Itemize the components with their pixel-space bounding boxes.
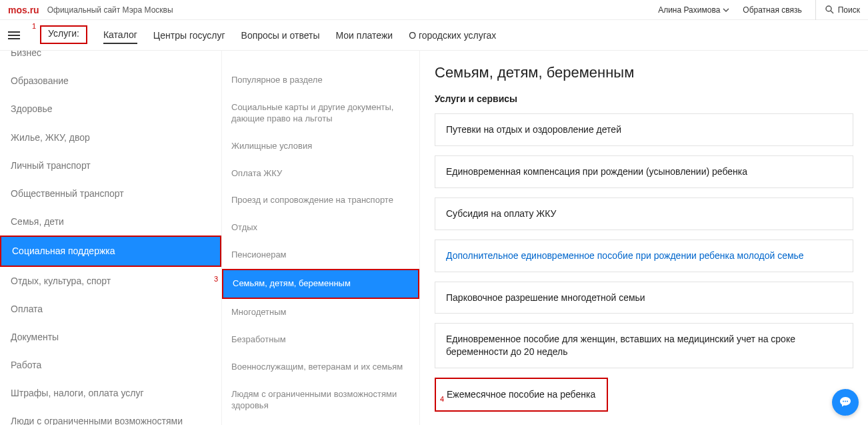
menu1-item[interactable]: Общественный транспорт [0,179,221,207]
menu1-item[interactable]: Штрафы, налоги, оплата услуг [0,379,221,407]
nav-centers[interactable]: Центры госуслуг [153,27,225,43]
service-card[interactable]: Парковочное разрешение многодетной семьи [435,282,853,314]
sidebar-primary: Бизнес Образование Здоровье Жилье, ЖКУ, … [0,51,222,425]
menu1-item[interactable]: Люди с ограниченными возможностями здоро… [0,407,221,425]
menu2-item-families[interactable]: Семьям, детям, беременным [222,269,419,299]
menu1-item[interactable]: Оплата [0,295,221,323]
menu1-item[interactable]: Бизнес [0,51,221,67]
svg-line-1 [831,11,833,13]
service-card-link[interactable]: Дополнительное единовременное пособие пр… [435,240,853,272]
nav-services[interactable]: Услуги: [48,25,79,41]
menu2-item[interactable]: Людям с ограниченными возможностями здор… [222,381,419,420]
nav-services-highlighted[interactable]: Услуги: [40,25,87,44]
annotation-marker-3: 3 [214,275,218,283]
search-label: Поиск [838,5,860,15]
chat-icon [839,396,852,409]
menu2-item[interactable]: Проезд и сопровождение на транспорте [222,187,419,214]
chat-button[interactable] [832,389,859,416]
menu2-item[interactable]: Многодетным [222,299,419,326]
site-slogan: Официальный сайт Мэра Москвы [47,5,173,15]
menu1-item[interactable]: Жилье, ЖКУ, двор [0,123,221,151]
menu2-item[interactable]: Безработным [222,326,419,354]
hamburger-menu-icon[interactable] [8,31,20,39]
content-main: Семьям, детям, беременным Услуги и серви… [420,51,868,425]
svg-point-4 [847,401,848,402]
menu1-item[interactable]: Работа [0,351,221,379]
service-card-monthly-benefit[interactable]: Ежемесячное пособие на ребенка [435,378,608,412]
menu2-item[interactable]: Социальные карты и другие документы, даю… [222,94,419,133]
menu2-item[interactable]: Популярное в разделе [222,67,419,94]
site-logo[interactable]: mos.ru [8,5,39,15]
nav-about[interactable]: О городских услугах [409,27,496,43]
feedback-link[interactable]: Обратная связь [743,5,801,15]
menu2-item[interactable]: Военнослужащим, ветеранам и их семьям [222,354,419,381]
menu1-item[interactable]: Здоровье [0,95,221,123]
menu1-item[interactable]: Образование [0,67,221,95]
service-card[interactable]: Единовременная компенсация при рождении … [435,155,853,188]
page-title: Семьям, детям, беременным [435,64,853,81]
svg-point-0 [826,6,831,11]
menu2-item[interactable]: Оплата ЖКУ [222,160,419,187]
chevron-down-icon [723,8,729,12]
menu1-item[interactable]: Документы [0,323,221,351]
menu2-item[interactable]: Отдых [222,214,419,242]
service-card[interactable]: Субсидия на оплату ЖКУ [435,197,853,230]
user-name: Алина Рахимова [658,5,720,15]
section-subtitle: Услуги и сервисы [435,93,853,104]
menu2-item[interactable]: Жилищные условия [222,133,419,160]
service-card[interactable]: Единовременное пособие для женщин, встав… [435,323,853,368]
svg-point-2 [843,401,844,402]
user-menu[interactable]: Алина Рахимова [658,5,729,15]
svg-point-3 [845,401,846,402]
menu1-item-social-support[interactable]: Социальная поддержка [0,236,221,266]
nav-payments[interactable]: Мои платежи [336,27,393,43]
service-card[interactable]: Путевки на отдых и оздоровление детей [435,113,853,146]
menu1-item[interactable]: Личный транспорт [0,151,221,179]
menu1-item[interactable]: Отдых, культура, спорт [0,267,221,295]
search-button[interactable]: Поиск [815,0,860,20]
menu2-item[interactable]: Пенсионерам [222,242,419,269]
search-icon [825,5,834,14]
sidebar-secondary: Популярное в разделе Социальные карты и … [222,51,420,425]
nav-qa[interactable]: Вопросы и ответы [241,27,320,43]
menu1-item[interactable]: Семья, дети [0,207,221,236]
annotation-marker-1: 1 [32,22,36,30]
nav-catalog[interactable]: Каталог [103,27,137,44]
